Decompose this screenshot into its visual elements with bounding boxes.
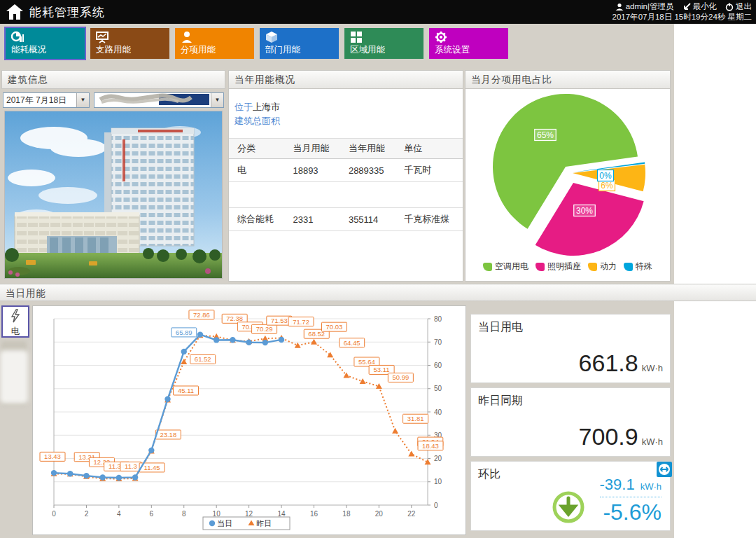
swap-compare-button[interactable] [657, 462, 672, 477]
svg-text:71.72: 71.72 [293, 318, 309, 326]
legend-swatch [624, 263, 633, 271]
podium-building [15, 212, 139, 254]
daily-panel-header: 当日用能 [0, 284, 756, 301]
svg-text:13.43: 13.43 [44, 453, 61, 460]
svg-text:6: 6 [150, 510, 154, 518]
area-link[interactable]: 建筑总面积 [234, 116, 280, 126]
table-cell [284, 182, 340, 208]
datetime: 2017年07月18日 15时19分24秒 星期二 [612, 12, 752, 22]
building-photo [4, 111, 223, 279]
building-select[interactable]: ▼ [94, 92, 224, 108]
building-select-dropdown-button[interactable]: ▼ [211, 93, 223, 107]
city-name: 上海市 [253, 102, 280, 112]
svg-text:72.86: 72.86 [193, 311, 210, 319]
pie-legend-item[interactable]: 动力 [588, 261, 617, 273]
pie-legend-item[interactable]: 特殊 [624, 261, 652, 273]
ratio-delta: -39.1 [600, 476, 635, 493]
tab-electricity[interactable]: 电 [1, 305, 29, 338]
column-header: 当年用能 [340, 139, 396, 159]
date-picker[interactable]: 2017年 7月18日 ▼ [3, 92, 90, 108]
svg-text:53.11: 53.11 [374, 366, 390, 373]
point-label: 65.89 [172, 328, 197, 337]
legend-swatch [483, 263, 492, 271]
svg-text:60: 60 [434, 361, 442, 369]
nav-tile-3[interactable]: 分项用能 [175, 28, 254, 59]
table-cell [340, 182, 396, 208]
svg-text:22: 22 [407, 510, 416, 518]
line-chart-legend[interactable]: 当日昨日 [203, 517, 290, 530]
nav-tile-2[interactable]: 支路用能 [90, 28, 169, 59]
svg-text:23.18: 23.18 [160, 431, 176, 439]
svg-text:55.64: 55.64 [358, 358, 375, 366]
ratio-delta-unit: kW·h [640, 481, 662, 492]
point-label: 71.53 [267, 316, 292, 325]
table-row [229, 182, 463, 208]
pie-panel-header: 当月分项用电占比 [465, 71, 670, 89]
pie-legend-item[interactable]: 空调用电 [483, 261, 528, 273]
annual-panel: 当年用能概况 位于上海市 建筑总面积 分类当月用能当年用能单位电18893288… [228, 70, 463, 282]
pie-label: 65% [535, 130, 556, 141]
table-cell: 千克标准煤 [396, 208, 463, 231]
ratio-percent: -5.6% [600, 499, 662, 525]
svg-text:0%: 0% [599, 171, 612, 181]
titlebar: 能耗管理系统 admin|管理员 最小化 [0, 0, 756, 24]
building-select-value-redacted [94, 93, 211, 107]
home-icon [6, 3, 24, 21]
minimize-button[interactable]: 最小化 [682, 1, 718, 12]
table-row: 电188932889335千瓦时 [229, 159, 463, 182]
point-label: 71.72 [288, 317, 314, 326]
pie-legend-item[interactable]: 照明插座 [536, 261, 581, 273]
nav-tile-6[interactable]: 系统设置 [429, 28, 508, 59]
point-label: 72.86 [189, 310, 214, 319]
point-label: 61.52 [190, 354, 216, 364]
pie-label: 30% [574, 205, 596, 216]
svg-text:18.43: 18.43 [422, 442, 439, 450]
nav-tile-4[interactable]: 部门用能 [260, 28, 339, 59]
logout-button[interactable]: 退出 [725, 1, 752, 12]
nav-tile-label: 部门用能 [265, 44, 300, 56]
nav-tile-label: 支路用能 [96, 44, 131, 56]
legend-swatch [588, 263, 597, 271]
svg-text:14: 14 [277, 510, 286, 518]
energy-management-app: 能耗管理系统 admin|管理员 最小化 [0, 0, 756, 538]
pie-legend: 空调用电照明插座动力特殊 [465, 261, 670, 273]
user-icon [615, 3, 624, 11]
point-label: 13.43 [40, 452, 65, 461]
brand: 能耗管理系统 [6, 3, 105, 21]
card-yesterday-usage: 昨日同期 700.9kW·h [470, 387, 671, 457]
svg-text:71.53: 71.53 [271, 317, 288, 324]
svg-text:70.29: 70.29 [256, 325, 273, 333]
pie-slice-照明插座[interactable] [536, 183, 644, 256]
table-cell [229, 182, 284, 208]
point-label: 11.3 [120, 462, 141, 471]
legend-label: 动力 [600, 261, 617, 273]
point-label: 18.43 [418, 441, 443, 450]
legend-label: 特殊 [636, 261, 652, 273]
daily-line-chart-panel: 01020304050607080024681012141618202213.4… [32, 305, 466, 535]
swap-icon [657, 462, 672, 477]
card-value: 700.9 [579, 423, 638, 450]
svg-text:10: 10 [434, 478, 442, 485]
svg-text:61.52: 61.52 [195, 355, 211, 363]
card-ratio: 环比 -39.1kW·h -5.6% [470, 461, 671, 531]
nav-tile-label: 分项用能 [181, 44, 216, 56]
table-cell: 2331 [284, 208, 340, 231]
svg-text:72.38: 72.38 [226, 315, 243, 322]
svg-text:20: 20 [375, 510, 384, 518]
nav-tile-1[interactable]: 能耗概况 [6, 28, 85, 59]
point-label: 31.81 [403, 414, 428, 423]
nav-tile-5[interactable]: 区域用能 [344, 28, 424, 59]
svg-text:昨日: 昨日 [256, 519, 272, 527]
table-cell: 综合能耗 [229, 208, 284, 231]
svg-text:0: 0 [434, 502, 438, 509]
column-header: 当月用能 [284, 139, 340, 159]
table-row: 综合能耗2331355114千克标准煤 [229, 208, 463, 231]
svg-text:10: 10 [213, 510, 221, 518]
point-label: 64.45 [340, 338, 365, 347]
located-link[interactable]: 位于 [234, 102, 253, 112]
card-unit: kW·h [642, 363, 663, 373]
annual-energy-table: 分类当月用能当年用能单位电188932889335千瓦时综合能耗23313551… [229, 138, 463, 231]
svg-text:65.89: 65.89 [176, 329, 192, 336]
date-picker-dropdown-button[interactable]: ▼ [76, 93, 89, 107]
building-panel: 建筑信息 2017年 7月18日 ▼ ▼ [1, 70, 225, 282]
